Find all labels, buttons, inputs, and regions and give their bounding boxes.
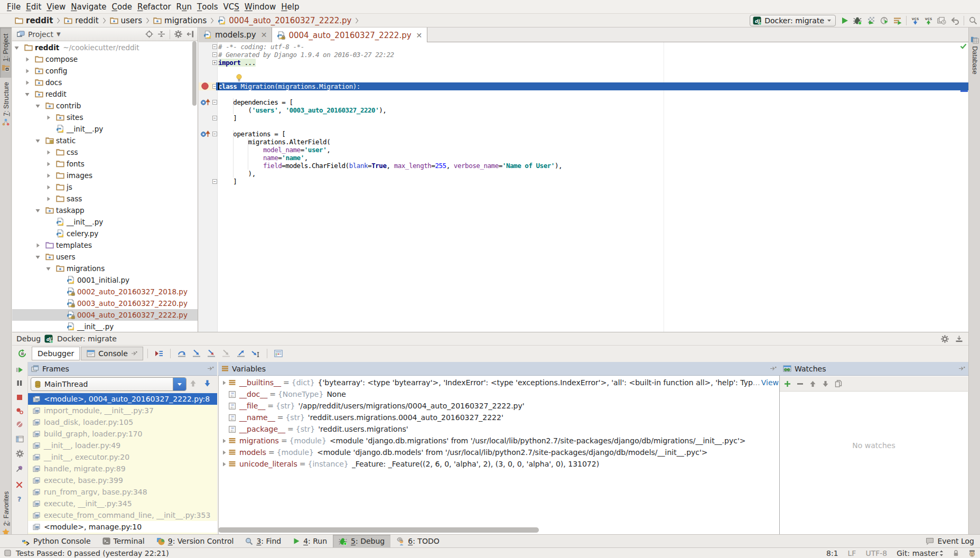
tree-item-reddit[interactable]: reddit <box>12 88 198 100</box>
menu-refactor[interactable]: Refactor <box>135 0 174 14</box>
code-line[interactable]: dependencies = [ <box>218 98 968 106</box>
breadcrumb-item[interactable]: migrations <box>153 16 207 25</box>
menu-tools[interactable]: Tools <box>194 0 221 14</box>
gutter-line[interactable] <box>199 122 218 130</box>
toolwindow-button-9-version-control[interactable]: 9: Version Control <box>151 535 240 548</box>
tree-item-compose[interactable]: compose <box>12 53 198 65</box>
tree-collapsed-icon[interactable] <box>24 57 30 62</box>
vcs-commit-button[interactable]: VCS <box>924 15 933 26</box>
rerun-button[interactable] <box>15 349 31 358</box>
step-out-button[interactable] <box>234 349 248 358</box>
code-line[interactable] <box>218 67 968 75</box>
menu-edit[interactable]: Edit <box>23 0 44 14</box>
breadcrumb-item[interactable]: reddit <box>64 16 98 25</box>
tree-item-docs[interactable]: docs <box>12 77 198 88</box>
gutter-line[interactable] <box>199 162 218 170</box>
tree-item-config[interactable]: config <box>12 65 198 77</box>
tree-expanded-icon[interactable] <box>35 208 41 213</box>
toolwindow-button-event-log[interactable]: Event Log <box>920 535 980 548</box>
expand-arrow-icon[interactable] <box>221 380 227 386</box>
tree-expanded-icon[interactable] <box>35 254 41 260</box>
tree-item-sass[interactable]: sass <box>12 193 198 204</box>
toolwindow-button-terminal[interactable]: Terminal <box>97 535 151 548</box>
debug-button[interactable] <box>853 15 862 26</box>
gutter-line[interactable] <box>199 75 218 82</box>
variable-row-file[interactable]: 1001__file__={str}'/app/reddit/users/mig… <box>219 400 779 412</box>
tree-collapsed-icon[interactable] <box>45 196 51 202</box>
code-line[interactable]: ), <box>218 170 968 178</box>
variable-row-builtins[interactable]: __builtins__={dict}{'bytearray': <type '… <box>219 377 779 388</box>
hide-panel-icon[interactable] <box>207 366 214 371</box>
tree-item--init-py[interactable]: __init__.py <box>12 216 198 228</box>
gutter-line[interactable]: − <box>199 130 218 138</box>
expand-arrow-icon[interactable] <box>221 450 227 455</box>
thread-select[interactable]: MainThread <box>31 377 186 391</box>
menu-view[interactable]: View <box>44 0 68 14</box>
stack-frame-row[interactable]: execute_from_command_line, __init__.py:3… <box>28 509 217 521</box>
tree-item--init-py[interactable]: __init__.py <box>12 321 198 331</box>
menu-code[interactable]: Code <box>109 0 135 14</box>
tree-item-sites[interactable]: sites <box>12 111 198 123</box>
readonly-lock-icon[interactable] <box>953 550 959 556</box>
gutter-line[interactable] <box>199 170 218 178</box>
vcs-branch-widget[interactable]: Git: master <box>897 549 944 557</box>
breadcrumb-item[interactable]: 0004_auto_20160327_2222.py <box>218 16 351 25</box>
fold-expand-icon[interactable]: + <box>212 60 217 65</box>
locate-file-icon[interactable] <box>145 30 153 38</box>
tree-item--init-py[interactable]: __init__.py <box>12 123 198 135</box>
code-line[interactable]: field=models.CharField(blank=True, max_l… <box>218 162 968 170</box>
pin-tab-button[interactable] <box>16 465 23 472</box>
gear-icon[interactable] <box>941 335 949 343</box>
gutter-line[interactable]: + <box>199 59 218 67</box>
gutter-line[interactable] <box>199 154 218 162</box>
file-encoding[interactable]: UTF-8 <box>865 549 887 557</box>
fold-collapse-icon[interactable]: − <box>212 100 217 105</box>
inspection-status-ok-icon[interactable] <box>960 43 967 49</box>
tree-scrollbar[interactable] <box>192 41 197 106</box>
gutter-line[interactable] <box>199 90 218 98</box>
stack-frame-row[interactable]: execute, __init__.py:345 <box>28 498 217 509</box>
error-stripe-caret-mark[interactable] <box>960 90 968 92</box>
step-over-button[interactable] <box>175 349 189 358</box>
collapse-all-icon[interactable] <box>157 30 165 38</box>
tool-stripe-button-2-favorites[interactable]: 2: Favorites <box>0 491 12 536</box>
chevron-down-icon[interactable]: ▼ <box>57 31 61 37</box>
stack-frame-row[interactable]: build_graph, loader.py:170 <box>28 428 217 440</box>
run-to-cursor-button[interactable] <box>249 349 263 358</box>
thread-select-dropdown[interactable] <box>173 378 186 390</box>
tree-collapsed-icon[interactable] <box>45 115 51 120</box>
variable-row-name[interactable]: 1001__name__={str}'reddit.users.migratio… <box>219 412 779 423</box>
tree-item-0002-auto-20160327-2018-py[interactable]: 0002_auto_20160327_2018.py <box>12 286 198 297</box>
resume-button[interactable] <box>16 366 23 374</box>
show-execution-point-button[interactable] <box>152 349 166 358</box>
vcs-update-button[interactable]: VCS <box>911 15 920 26</box>
variable-row-migrations[interactable]: migrations={module}<module 'django.db.mi… <box>219 435 779 447</box>
intention-bulb-icon[interactable] <box>236 74 242 82</box>
tree-item-contrib[interactable]: contrib <box>12 100 198 111</box>
menu-file[interactable]: File <box>4 0 23 14</box>
tree-expanded-icon[interactable] <box>45 266 51 272</box>
gutter-line[interactable]: − <box>199 98 218 106</box>
gutter-line[interactable] <box>199 146 218 154</box>
view-breakpoints-button[interactable] <box>16 407 24 415</box>
menu-run[interactable]: Run <box>174 0 194 14</box>
tool-window-switcher-icon[interactable] <box>4 550 11 556</box>
run-manage-task-button[interactable] <box>893 15 902 26</box>
gutter-line[interactable]: − <box>199 43 218 51</box>
expand-arrow-icon[interactable] <box>221 438 227 444</box>
breakpoint-icon[interactable] <box>201 82 209 90</box>
stack-frame-row[interactable]: handle, migrate.py:89 <box>28 463 217 475</box>
overrides-attribute-icon[interactable] <box>200 99 210 106</box>
line-separator[interactable]: LF <box>848 549 856 557</box>
menu-help[interactable]: Help <box>278 0 302 14</box>
toolwindow-button-3-find[interactable]: 3: Find <box>239 535 287 548</box>
tree-collapsed-icon[interactable] <box>24 80 30 86</box>
hide-tool-window-icon[interactable] <box>186 30 194 38</box>
stack-frame-row[interactable]: run_from_argv, base.py:348 <box>28 486 217 498</box>
tree-expanded-icon[interactable] <box>35 138 41 144</box>
fold-collapse-icon[interactable]: − <box>212 52 217 57</box>
fold-collapse-icon[interactable]: − <box>212 44 217 49</box>
tree-expanded-icon[interactable] <box>14 45 20 51</box>
tree-item-templates[interactable]: templates <box>12 239 198 251</box>
tree-collapsed-icon[interactable] <box>45 173 51 179</box>
